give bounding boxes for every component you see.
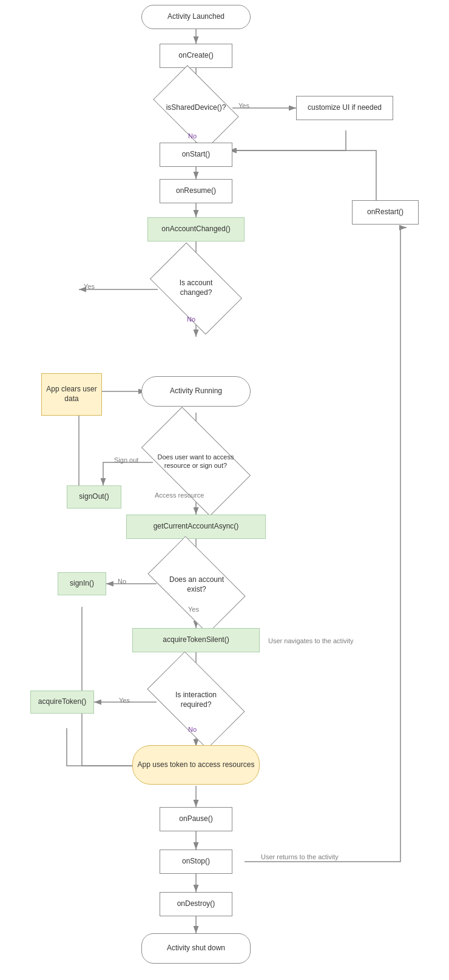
access-resource-label: Access resource — [155, 492, 204, 499]
user-navigates-label: User navigates to the activity — [268, 637, 354, 644]
acquire-silent-node: acquireTokenSilent() — [132, 628, 260, 652]
on-destroy-node: onDestroy() — [160, 892, 232, 916]
yes-account-exist-label: Yes — [188, 606, 199, 613]
on-stop-node: onStop() — [160, 850, 232, 874]
sign-out-node: signOut() — [67, 485, 121, 509]
on-pause-node: onPause() — [160, 807, 232, 831]
on-resume-node: onResume() — [160, 179, 232, 203]
activity-running-node: Activity Running — [141, 376, 251, 407]
on-restart-node: onRestart() — [352, 200, 419, 225]
on-create-node: onCreate() — [160, 44, 232, 68]
is-account-changed-diamond: Is account changed? — [132, 261, 260, 316]
yes-account-label: Yes — [84, 283, 95, 290]
acquire-token-node: acquireToken() — [30, 691, 94, 714]
user-returns-label: User returns to the activity — [261, 853, 339, 860]
get-current-node: getCurrentAccountAsync() — [126, 515, 266, 539]
is-interaction-diamond: Is interaction required? — [129, 674, 263, 727]
yes-shared-label: Yes — [238, 102, 249, 109]
activity-launched-node: Activity Launched — [141, 5, 251, 29]
customize-node: customize UI if needed — [296, 96, 393, 120]
sign-in-node: signIn() — [58, 572, 106, 595]
no-account-exist-label: No — [118, 578, 126, 585]
no-shared-label: No — [188, 132, 197, 140]
app-uses-token-node: App uses token to access resources — [132, 745, 260, 785]
no-account-label: No — [187, 316, 195, 323]
yes-interaction-label: Yes — [119, 697, 130, 704]
app-clears-node: App clears user data — [41, 373, 102, 416]
does-account-exist-diamond: Does an account exist? — [127, 558, 266, 612]
on-start-node: onStart() — [160, 143, 232, 167]
does-user-want-diamond: Does user want to access resource or sig… — [118, 431, 273, 492]
no-interaction-label: No — [188, 726, 197, 733]
activity-shutdown-node: Activity shut down — [141, 933, 251, 964]
on-account-changed-node: onAccountChanged() — [147, 217, 245, 242]
sign-out-arrow-label: Sign out — [114, 456, 138, 464]
